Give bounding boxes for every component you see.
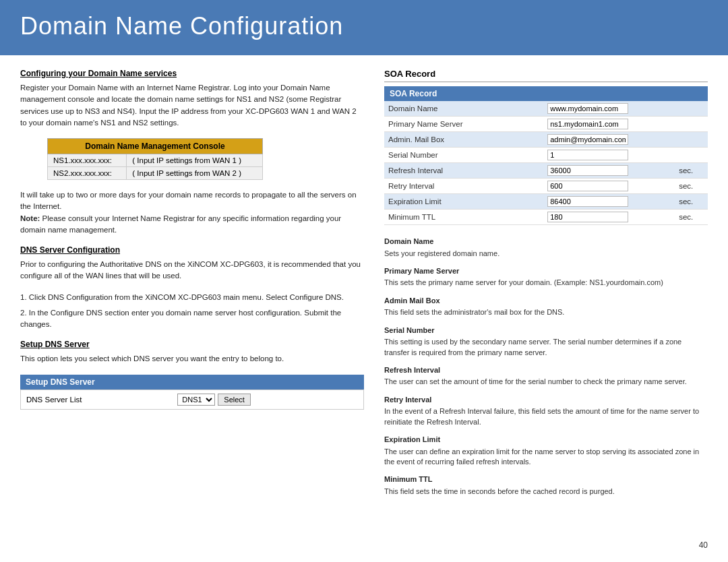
steps-container: 1. Click DNS Configuration from the XiNC… [20, 292, 364, 331]
help-item-title-7: Minimum TTL [384, 474, 708, 485]
help-item-text-2: This field sets the administrator's mail… [384, 307, 708, 317]
page-number: 40 [699, 540, 708, 550]
ns2-value: ( Input IP settings from WAN 2 ) [127, 167, 263, 180]
soa-label-0: Domain Name [384, 101, 543, 117]
help-item-title-5: Retry Interval [384, 394, 708, 406]
soa-input-0[interactable] [547, 103, 628, 114]
soa-unit-0 [675, 101, 708, 117]
soa-value-3[interactable] [543, 148, 675, 163]
help-item-title-4: Refresh Interval [384, 365, 708, 376]
help-item-text-5: In the event of a Refresh Interval failu… [384, 406, 708, 427]
step2: 2. In the Configure DNS section enter yo… [20, 307, 364, 331]
soa-unit-7: sec. [675, 210, 708, 225]
setup-dns-header-table: Setup DNS Server [20, 375, 364, 389]
help-item-text-6: The user can define an expiration limit … [384, 447, 708, 468]
soa-row-1: Primary Name Server [384, 117, 708, 132]
soa-table: SOA Record Domain NamePrimary Name Serve… [384, 86, 708, 225]
section1-text: Register your Domain Name with an Intern… [20, 82, 364, 129]
soa-value-6[interactable] [543, 194, 675, 210]
help-item-text-1: This sets the primary name server for yo… [384, 278, 708, 288]
page-title: Domain Name Configuration [20, 12, 708, 40]
page-header: Domain Name Configuration [0, 0, 728, 55]
soa-label-3: Serial Number [384, 148, 543, 163]
soa-input-2[interactable] [547, 134, 628, 145]
soa-table-header: SOA Record [384, 86, 708, 101]
soa-row-2: Admin. Mail Box [384, 132, 708, 148]
section2-heading: DNS Server Configuration [20, 245, 364, 255]
left-column: Configuring your Domain Name services Re… [20, 69, 364, 503]
soa-row-0: Domain Name [384, 101, 708, 117]
soa-unit-5: sec. [675, 179, 708, 194]
help-item-2: Admin Mail BoxThis field sets the admini… [384, 295, 708, 318]
right-column: SOA Record SOA Record Domain NamePrimary… [384, 69, 708, 503]
help-item-text-3: This setting is used by the secondary na… [384, 337, 708, 358]
soa-unit-3 [675, 148, 708, 163]
dns-console-header: Domain Name Management Console [48, 139, 263, 154]
help-item-text-0: Sets your registered domain name. [384, 249, 708, 259]
soa-input-7[interactable] [547, 212, 628, 222]
note-bold: Note: [20, 214, 40, 222]
soa-unit-2 [675, 132, 708, 148]
section3-text: This option lets you select which DNS se… [20, 353, 364, 365]
soa-row-6: Expiration Limitsec. [384, 194, 708, 210]
help-section: Domain NameSets your registered domain n… [384, 236, 708, 497]
soa-section-title: SOA Record [384, 69, 708, 82]
soa-row-4: Refresh Intervalsec. [384, 163, 708, 179]
section2-text: Prior to configuring the Authoritative D… [20, 259, 364, 282]
help-item-title-2: Admin Mail Box [384, 295, 708, 307]
section1-extra-text: It will take up to two or more days for … [20, 189, 364, 236]
soa-input-1[interactable] [547, 119, 628, 129]
soa-value-0[interactable] [543, 101, 675, 117]
soa-unit-6: sec. [675, 194, 708, 210]
soa-row-3: Serial Number [384, 148, 708, 163]
section3-heading: Setup DNS Server [20, 340, 364, 349]
soa-label-6: Expiration Limit [384, 194, 543, 210]
setup-dns-section: Setup DNS Server DNS Server List DNS1 DN… [20, 375, 364, 410]
ns1-value: ( Input IP settings from WAN 1 ) [127, 154, 263, 167]
soa-label-1: Primary Name Server [384, 117, 543, 132]
help-item-6: Expiration LimitThe user can define an e… [384, 434, 708, 467]
dns-server-controls: DNS1 DNS2 Select [172, 389, 363, 409]
help-item-7: Minimum TTLThis field sets the time in s… [384, 474, 708, 497]
help-item-5: Retry IntervalIn the event of a Refresh … [384, 394, 708, 427]
help-item-title-3: Serial Number [384, 325, 708, 336]
help-item-0: Domain NameSets your registered domain n… [384, 236, 708, 259]
soa-input-4[interactable] [547, 165, 628, 176]
soa-unit-1 [675, 117, 708, 132]
soa-label-2: Admin. Mail Box [384, 132, 543, 148]
soa-unit-4: sec. [675, 163, 708, 179]
soa-input-6[interactable] [547, 196, 628, 207]
help-item-title-6: Expiration Limit [384, 434, 708, 445]
soa-input-5[interactable] [547, 181, 628, 191]
soa-value-7[interactable] [543, 210, 675, 225]
soa-value-5[interactable] [543, 179, 675, 194]
help-item-text-4: The user can set the amount of time for … [384, 377, 708, 387]
help-item-4: Refresh IntervalThe user can set the amo… [384, 365, 708, 387]
soa-value-1[interactable] [543, 117, 675, 132]
soa-value-4[interactable] [543, 163, 675, 179]
soa-value-2[interactable] [543, 132, 675, 148]
soa-label-4: Refresh Interval [384, 163, 543, 179]
note-text: Please consult your Internet Name Regist… [20, 214, 341, 234]
soa-input-3[interactable] [547, 150, 628, 160]
help-item-title-0: Domain Name [384, 236, 708, 247]
soa-row-7: Minimum TTLsec. [384, 210, 708, 225]
soa-row-5: Retry Intervalsec. [384, 179, 708, 194]
ns1-label: NS1.xxx.xxx.xxx: [48, 154, 127, 167]
help-item-3: Serial NumberThis setting is used by the… [384, 325, 708, 358]
setup-dns-body-table: DNS Server List DNS1 DNS2 Select [20, 389, 364, 410]
setup-dns-header: Setup DNS Server [20, 375, 364, 389]
select-button[interactable]: Select [218, 394, 251, 406]
help-item-title-1: Primary Name Server [384, 266, 708, 277]
soa-label-7: Minimum TTL [384, 210, 543, 225]
dns-server-list-label: DNS Server List [21, 389, 173, 409]
soa-label-5: Retry Interval [384, 179, 543, 194]
help-item-1: Primary Name ServerThis sets the primary… [384, 266, 708, 288]
step1: 1. Click DNS Configuration from the XiNC… [20, 292, 364, 303]
dns-console-table: Domain Name Management Console NS1.xxx.x… [47, 138, 263, 180]
section1-heading: Configuring your Domain Name services [20, 69, 364, 78]
help-item-text-7: This field sets the time in seconds befo… [384, 487, 708, 497]
dns-server-dropdown[interactable]: DNS1 DNS2 [177, 394, 215, 406]
ns2-label: NS2.xxx.xxx.xxx: [48, 167, 127, 180]
